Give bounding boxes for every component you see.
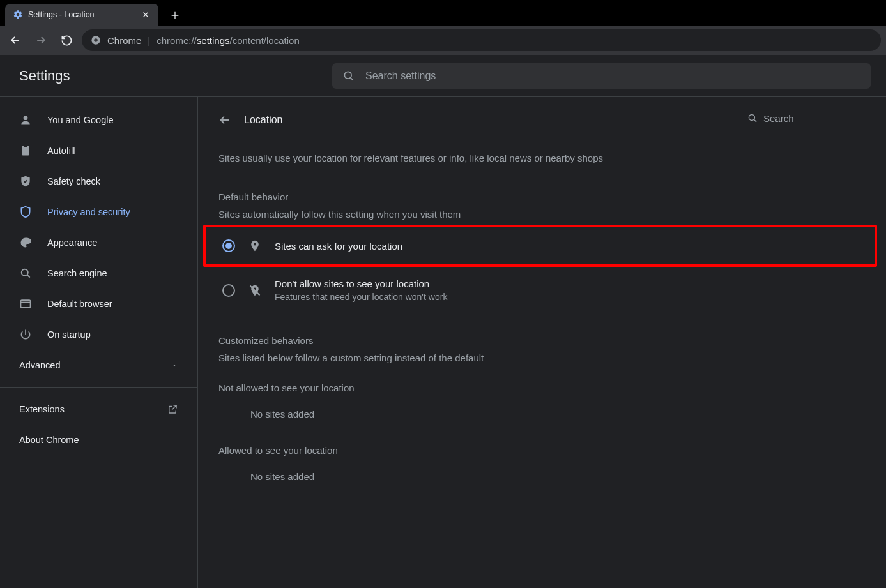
sidebar-item-about-chrome[interactable]: About Chrome [0,425,197,455]
tab-title: Settings - Location [28,10,95,19]
allowed-title: Allowed to see your location [216,426,873,456]
sidebar-item-privacy-and-security[interactable]: Privacy and security [0,197,197,227]
custom-behaviors-sub: Sites listed below follow a custom setti… [216,349,873,363]
svg-point-2 [344,72,351,79]
sidebar-item-search-engine[interactable]: Search engine [0,258,197,289]
close-tab-icon[interactable] [141,10,151,20]
browser-icon [19,298,32,310]
allowed-empty: No sites added [216,456,873,488]
url-text: chrome://settings/content/location [157,35,299,46]
sidebar-item-label: Default browser [47,299,112,309]
custom-behaviors-title: Customized behaviors [216,313,873,349]
sidebar-item-extensions[interactable]: Extensions [0,394,197,425]
sidebar-item-safety-check[interactable]: Safety check [0,166,197,197]
person-icon [19,114,32,126]
sidebar-item-you-and-google[interactable]: You and Google [0,105,197,135]
clipboard-icon [19,144,32,157]
sidebar-item-label: Autofill [47,146,75,156]
svg-point-1 [94,38,98,42]
search-placeholder: Search settings [365,70,436,82]
location-icon [248,239,262,253]
settings-sidebar: You and Google Autofill Safety check Pri… [0,97,198,588]
radio-label: Don't allow sites to see your location [275,278,447,289]
chevron-down-icon [171,361,178,369]
sidebar-advanced-toggle[interactable]: Advanced [0,350,197,381]
search-icon [19,267,32,280]
divider [0,387,197,388]
sidebar-item-appearance[interactable]: Appearance [0,227,197,258]
shield-check-icon [19,175,32,188]
default-behavior-sub: Sites automatically follow this setting … [216,205,873,220]
radio-label: Sites can ask for your location [275,241,402,252]
page-search-placeholder: Search [763,113,794,124]
location-off-icon [248,283,262,298]
shield-icon [19,206,32,218]
svg-rect-5 [21,300,31,308]
radio-sublabel: Features that need your location won't w… [275,292,447,302]
tab-strip: Settings - Location [0,0,886,26]
search-icon [342,70,355,82]
page-search-input[interactable]: Search [745,111,873,128]
palette-icon [19,236,32,249]
chrome-logo-icon [91,35,101,45]
page-title: Location [244,114,283,126]
sidebar-about-label: About Chrome [19,435,79,445]
svg-point-4 [22,269,28,276]
address-bar[interactable]: Chrome | chrome://settings/content/locat… [82,29,881,51]
radio-dont-allow[interactable]: Don't allow sites to see your location F… [216,267,873,313]
sidebar-item-label: Appearance [47,237,97,248]
url-chip: Chrome [107,35,141,46]
settings-main: Location Search Sites usually use your l… [198,97,886,588]
radio-unselected-icon [222,284,235,297]
sidebar-item-default-browser[interactable]: Default browser [0,289,197,319]
svg-point-3 [24,116,28,120]
power-icon [19,328,32,341]
sidebar-item-label: Safety check [47,176,100,186]
browser-tab[interactable]: Settings - Location [5,4,158,26]
radio-selected-icon [222,239,235,252]
sidebar-advanced-label: Advanced [19,360,61,370]
sidebar-item-label: On startup [47,329,91,340]
back-button[interactable] [5,30,26,50]
radio-sites-can-ask[interactable]: Sites can ask for your location [216,227,875,264]
annotation-highlight: Sites can ask for your location [203,225,877,267]
new-tab-button[interactable] [166,6,184,24]
gear-icon [13,10,23,20]
external-link-icon [167,403,178,415]
sidebar-item-label: Search engine [47,268,107,278]
sidebar-extensions-label: Extensions [19,404,65,414]
not-allowed-title: Not allowed to see your location [216,363,873,393]
sidebar-item-label: Privacy and security [47,207,130,217]
browser-toolbar: Chrome | chrome://settings/content/locat… [0,26,886,55]
settings-header: Settings Search settings [0,55,886,97]
divider: | [148,35,150,46]
page-intro: Sites usually use your location for rele… [216,140,873,170]
svg-point-6 [749,114,754,120]
search-settings-input[interactable]: Search settings [332,63,871,89]
settings-title: Settings [19,68,332,84]
sidebar-item-label: You and Google [47,115,113,125]
search-icon [747,112,758,124]
forward-button[interactable] [31,30,51,50]
default-behavior-title: Default behavior [216,170,873,205]
page-back-button[interactable] [217,112,233,128]
sidebar-item-autofill[interactable]: Autofill [0,135,197,166]
not-allowed-empty: No sites added [216,393,873,426]
sidebar-item-on-startup[interactable]: On startup [0,319,197,350]
reload-button[interactable] [56,30,77,50]
